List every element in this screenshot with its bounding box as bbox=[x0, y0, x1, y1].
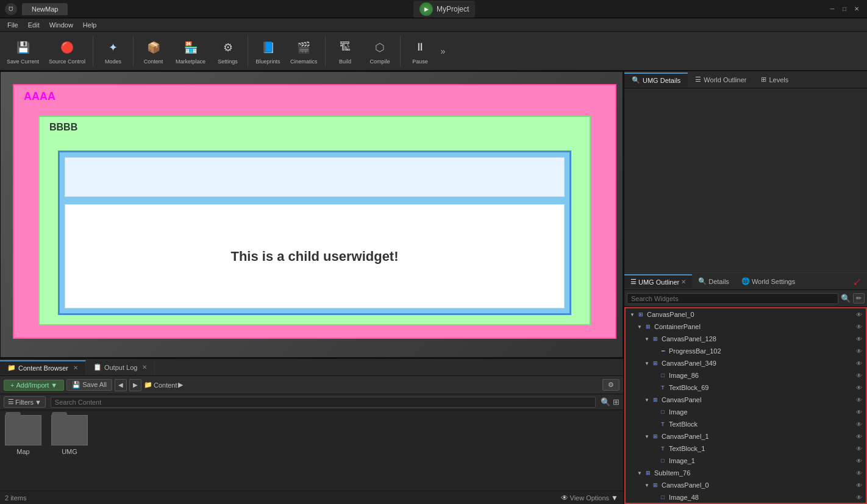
content-search-input[interactable] bbox=[55, 399, 591, 406]
menu-file[interactable]: File bbox=[2, 20, 23, 30]
menu-help[interactable]: Help bbox=[78, 20, 102, 30]
content-browser-close[interactable]: ✕ bbox=[73, 364, 78, 371]
tab-details[interactable]: 🔍 Details bbox=[692, 275, 735, 288]
output-log-close[interactable]: ✕ bbox=[142, 364, 147, 371]
tree-visibility-icon[interactable]: 👁 bbox=[855, 396, 863, 404]
tree-expand-icon[interactable] bbox=[650, 408, 658, 416]
tab-new-map[interactable]: NewMap bbox=[22, 3, 68, 15]
tree-item[interactable]: ▼⊞CanvasPanel👁 bbox=[626, 394, 866, 406]
toolbar-settings[interactable]: ⚙ Settings bbox=[211, 34, 244, 69]
tree-expand-icon[interactable] bbox=[650, 371, 658, 380]
tree-expand-icon[interactable] bbox=[650, 456, 658, 465]
minimize-button[interactable]: ─ bbox=[827, 4, 838, 15]
tree-expand-icon[interactable] bbox=[650, 347, 658, 355]
tree-visibility-icon[interactable]: 👁 bbox=[855, 432, 863, 441]
close-button[interactable]: ✕ bbox=[851, 4, 862, 15]
viewport[interactable]: AAAA BBBB This is a child userwidget! bbox=[0, 71, 623, 358]
tree-visibility-icon[interactable]: 👁 bbox=[855, 444, 863, 453]
tab-output-log[interactable]: 📋 Output Log ✕ bbox=[86, 361, 155, 374]
tree-expand-icon[interactable]: ▼ bbox=[635, 469, 644, 477]
tree-item[interactable]: ▼⊞CanvasPanel_0👁 bbox=[626, 479, 866, 491]
tree-item[interactable]: ━ProgressBar_102👁 bbox=[626, 345, 866, 357]
tree-visibility-icon[interactable]: 👁 bbox=[855, 493, 863, 502]
tab-content-browser[interactable]: 📁 Content Browser ✕ bbox=[0, 360, 86, 374]
tree-expand-icon[interactable]: ▼ bbox=[643, 432, 651, 441]
search-widgets-icon[interactable]: 🔍 bbox=[841, 294, 851, 303]
tree-expand-icon[interactable] bbox=[650, 383, 658, 392]
content-filter-icon[interactable]: ⊞ bbox=[613, 397, 619, 406]
toolbar-modes[interactable]: ✦ Modes bbox=[96, 34, 130, 69]
toolbar-save-current[interactable]: 💾 Save Current bbox=[2, 34, 43, 69]
tree-item[interactable]: TTextBlock_69👁 bbox=[626, 382, 866, 394]
tree-expand-icon[interactable] bbox=[650, 444, 658, 453]
toolbar-pause[interactable]: ⏸ Pause bbox=[404, 34, 437, 69]
nav-back-button[interactable]: ◀ bbox=[115, 379, 127, 391]
tab-world-outliner[interactable]: ☰ World Outliner bbox=[688, 73, 754, 86]
tree-item[interactable]: ▼⊞CanvasPanel_0👁 bbox=[626, 308, 866, 321]
search-widgets-input[interactable] bbox=[627, 293, 838, 304]
tree-expand-icon[interactable]: ▼ bbox=[643, 396, 651, 404]
content-search-icon[interactable]: 🔍 bbox=[601, 397, 610, 406]
view-options-button[interactable]: 👁 View Options ▼ bbox=[561, 494, 619, 502]
tree-visibility-icon[interactable]: 👁 bbox=[855, 347, 863, 355]
tree-item[interactable]: ▼⊞CanvasPanel_128👁 bbox=[626, 333, 866, 345]
nav-forward-button[interactable]: ▶ bbox=[129, 379, 141, 391]
tab-world-settings[interactable]: 🌐 World Settings bbox=[735, 275, 801, 288]
toolbar-marketplace[interactable]: 🏪 Marketplace bbox=[171, 34, 210, 69]
tree-visibility-icon[interactable]: 👁 bbox=[855, 469, 863, 477]
folder-umg[interactable]: UMG bbox=[51, 415, 88, 486]
tree-visibility-icon[interactable]: 👁 bbox=[855, 383, 863, 392]
menu-edit[interactable]: Edit bbox=[23, 20, 45, 30]
menu-window[interactable]: Window bbox=[45, 20, 78, 30]
widget-tree[interactable]: ▼⊞CanvasPanel_0👁▼⊞ContainerPanel👁▼⊞Canva… bbox=[624, 307, 867, 504]
tree-visibility-icon[interactable]: 👁 bbox=[855, 371, 863, 380]
tree-expand-icon[interactable] bbox=[650, 493, 658, 502]
toolbar-blueprints[interactable]: 📘 Blueprints bbox=[251, 34, 285, 69]
tree-visibility-icon[interactable]: 👁 bbox=[855, 359, 863, 367]
toolbar-compile[interactable]: ⬡ Compile bbox=[363, 34, 397, 69]
tree-expand-icon[interactable] bbox=[650, 420, 658, 428]
tree-item[interactable]: ▼⊞CanvasPanel_1👁 bbox=[626, 430, 866, 442]
tree-item[interactable]: ▼⊞CanvasPanel_349👁 bbox=[626, 357, 866, 369]
maximize-button[interactable]: □ bbox=[839, 4, 850, 15]
tree-visibility-icon[interactable]: 👁 bbox=[855, 335, 863, 343]
tree-item[interactable]: □Image👁 bbox=[626, 406, 866, 418]
toolbar-build[interactable]: 🏗 Build bbox=[329, 34, 362, 69]
folder-map[interactable]: Map bbox=[5, 415, 41, 486]
tree-visibility-icon[interactable]: 👁 bbox=[855, 408, 863, 416]
tree-expand-icon[interactable]: ▼ bbox=[643, 335, 651, 343]
tree-item[interactable]: □Image_86👁 bbox=[626, 369, 866, 382]
filters-button[interactable]: ☰ Filters ▼ bbox=[4, 396, 46, 408]
umg-outliner-close[interactable]: ✕ bbox=[681, 279, 686, 285]
add-import-button[interactable]: + Add/Import ▼ bbox=[4, 380, 64, 391]
search-widgets-pen[interactable]: ✏ bbox=[853, 293, 865, 303]
tree-expand-icon[interactable]: ▼ bbox=[643, 481, 651, 489]
tree-visibility-icon[interactable]: 👁 bbox=[855, 322, 863, 331]
tab-umg-outliner[interactable]: ☰ UMG Outliner ✕ bbox=[624, 274, 692, 288]
save-all-button[interactable]: 💾 Save All bbox=[66, 379, 112, 391]
tab-umg-details[interactable]: 🔍 UMG Details bbox=[624, 73, 688, 87]
toolbar-more[interactable]: » bbox=[438, 46, 448, 56]
toolbar-content[interactable]: 📦 Content bbox=[137, 34, 170, 69]
tree-expand-icon[interactable]: ▼ bbox=[635, 322, 644, 331]
tree-item[interactable]: TTextBlock_1👁 bbox=[626, 442, 866, 455]
toolbar-sep-1 bbox=[93, 36, 93, 66]
tab-levels[interactable]: ⊞ Levels bbox=[754, 73, 796, 86]
tree-item[interactable]: ▼⊞ContainerPanel👁 bbox=[626, 321, 866, 333]
tree-visibility-icon[interactable]: 👁 bbox=[855, 420, 863, 428]
tree-expand-icon[interactable]: ▼ bbox=[643, 359, 651, 367]
tree-item[interactable]: ▼⊞SubItem_76👁 bbox=[626, 467, 866, 479]
toolbar-source-control[interactable]: 🔴 Source Control bbox=[45, 34, 90, 69]
project-button[interactable]: ▶ MyProject bbox=[413, 1, 475, 18]
tree-item[interactable]: □Image_48👁 bbox=[626, 491, 866, 503]
tree-visibility-icon[interactable]: 👁 bbox=[855, 456, 863, 465]
tree-item[interactable]: □Image_1👁 bbox=[626, 455, 866, 467]
toolbar-cinematics[interactable]: 🎬 Cinematics bbox=[286, 34, 322, 69]
bottom-toolbar: + Add/Import ▼ 💾 Save All ◀ ▶ 📁 Content … bbox=[0, 376, 623, 394]
content-search-bar[interactable] bbox=[51, 397, 596, 408]
view-options-right[interactable]: ⚙ bbox=[602, 379, 619, 391]
tree-visibility-icon[interactable]: 👁 bbox=[855, 481, 863, 489]
tree-visibility-icon[interactable]: 👁 bbox=[855, 310, 863, 319]
tree-expand-icon[interactable]: ▼ bbox=[628, 310, 637, 319]
tree-item[interactable]: TTextBlock👁 bbox=[626, 418, 866, 430]
